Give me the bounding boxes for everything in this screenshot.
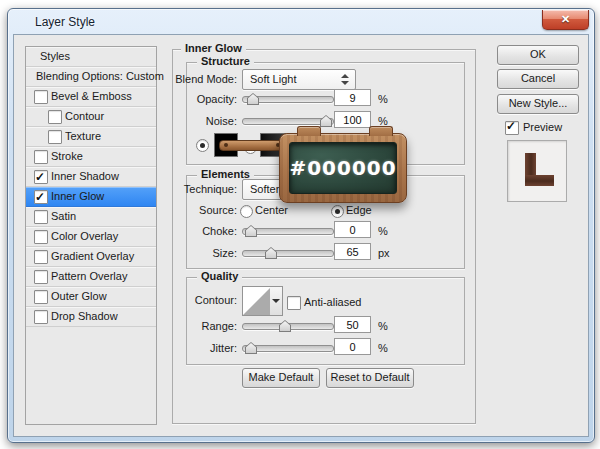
style-checkbox[interactable]: [34, 290, 48, 304]
dialog-body: Styles Blending Options: Custom Bevel & …: [13, 34, 589, 437]
contour-label: Contour:: [114, 293, 237, 308]
jitter-slider[interactable]: [242, 345, 334, 352]
style-label: Drop Shadow: [51, 307, 118, 326]
preview-label: Preview: [523, 120, 562, 135]
style-checkbox[interactable]: [34, 310, 48, 324]
screenshot-stage: Layer Style ✕ Styles Blending Options: C…: [0, 0, 600, 449]
choke-slider[interactable]: [242, 228, 334, 235]
technique-label: Technique:: [114, 182, 237, 197]
range-input[interactable]: [334, 316, 371, 333]
source-edge-radio[interactable]: [331, 205, 344, 218]
style-checkbox[interactable]: [34, 170, 48, 184]
source-edge-label: Edge: [346, 203, 372, 218]
style-label: Satin: [51, 207, 76, 226]
style-checkbox[interactable]: [34, 270, 48, 284]
styles-list-header: Styles: [26, 47, 156, 67]
contour-picker[interactable]: [242, 286, 272, 316]
source-label: Source:: [114, 203, 237, 218]
size-unit: px: [378, 246, 390, 261]
badge-tab-right: [369, 126, 393, 136]
window-title: Layer Style: [35, 15, 95, 29]
style-label: Stroke: [51, 147, 83, 166]
size-slider[interactable]: [242, 250, 334, 257]
style-label: Contour: [65, 107, 104, 126]
opacity-input[interactable]: [334, 89, 371, 106]
style-checkbox[interactable]: [48, 130, 62, 144]
technique-value: Softer: [250, 182, 279, 197]
style-checkbox[interactable]: [34, 230, 48, 244]
jitter-label: Jitter:: [114, 341, 237, 356]
choke-label: Choke:: [114, 224, 237, 239]
quality-title: Quality: [197, 270, 242, 282]
choke-unit: %: [378, 224, 388, 239]
close-icon: ✕: [561, 13, 570, 25]
size-input[interactable]: [334, 243, 371, 260]
contour-picker-arrow[interactable]: [270, 286, 283, 316]
badge-tab-left: [297, 126, 321, 136]
style-checkbox[interactable]: [34, 190, 48, 204]
source-center-radio[interactable]: [240, 205, 253, 218]
style-label: Color Overlay: [51, 227, 118, 246]
source-center-label: Center: [255, 203, 288, 218]
style-label: Texture: [65, 127, 101, 146]
antialiased-label: Anti-aliased: [304, 295, 361, 310]
style-preview-thumbnail: [507, 140, 567, 202]
color-hex-value: #000000: [289, 156, 396, 180]
chalkboard: #000000: [289, 142, 397, 194]
contour-linear-icon: [243, 287, 271, 315]
ok-button[interactable]: OK: [497, 45, 579, 65]
choke-input[interactable]: [334, 221, 371, 238]
range-unit: %: [378, 319, 388, 334]
dropdown-arrow-icon: [272, 299, 280, 303]
make-default-button[interactable]: Make Default: [242, 368, 320, 388]
opacity-label: Opacity:: [114, 92, 237, 107]
wooden-arm: [219, 140, 285, 151]
style-label: Pattern Overlay: [51, 267, 127, 286]
opacity-slider[interactable]: [242, 96, 334, 103]
glow-color-radio[interactable]: [196, 139, 209, 152]
new-style-button[interactable]: New Style...: [497, 94, 579, 114]
antialiased-checkbox[interactable]: [287, 296, 301, 310]
style-label: Inner Glow: [51, 187, 104, 206]
range-slider[interactable]: [242, 323, 334, 330]
updown-arrows-icon: [341, 73, 348, 86]
style-label: Outer Glow: [51, 287, 107, 306]
preview-corner-shape: [525, 175, 554, 186]
color-value-badge: #000000: [279, 133, 407, 203]
reset-to-default-button[interactable]: Reset to Default: [326, 368, 414, 388]
style-checkbox[interactable]: [34, 250, 48, 264]
structure-title: Structure: [197, 55, 254, 67]
noise-label: Noise:: [114, 114, 237, 129]
style-label: Inner Shadow: [51, 167, 119, 186]
jitter-input[interactable]: [334, 338, 371, 355]
styles-list-item[interactable]: Texture: [26, 127, 156, 147]
cancel-button[interactable]: Cancel: [497, 69, 579, 89]
styles-list-item[interactable]: Pattern Overlay: [26, 267, 156, 287]
style-checkbox[interactable]: [34, 90, 48, 104]
style-checkbox[interactable]: [34, 150, 48, 164]
preview-checkbox[interactable]: [505, 121, 519, 135]
noise-slider[interactable]: [242, 118, 334, 125]
style-checkbox[interactable]: [48, 110, 62, 124]
panel-title: Inner Glow: [181, 42, 246, 54]
size-label: Size:: [114, 246, 237, 261]
title-bar[interactable]: Layer Style ✕: [8, 9, 594, 34]
layer-style-dialog: Layer Style ✕ Styles Blending Options: C…: [7, 8, 595, 443]
styles-list-item[interactable]: Stroke: [26, 147, 156, 167]
range-label: Range:: [114, 319, 237, 334]
style-checkbox[interactable]: [34, 210, 48, 224]
close-button[interactable]: ✕: [542, 10, 589, 30]
blend-mode-label: Blend Mode:: [114, 72, 237, 87]
jitter-unit: %: [378, 341, 388, 356]
blend-mode-value: Soft Light: [250, 72, 296, 87]
noise-input[interactable]: [334, 111, 371, 128]
opacity-unit: %: [378, 92, 388, 107]
blend-mode-select[interactable]: Soft Light: [242, 69, 356, 90]
